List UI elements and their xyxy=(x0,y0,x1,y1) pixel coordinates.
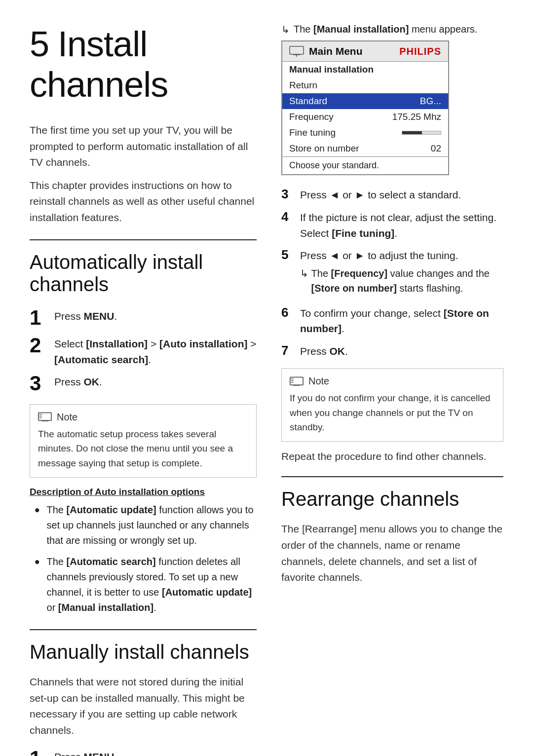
right-step-5-subnote: ↳ The [Frequency] value changes and the … xyxy=(300,266,503,296)
manual-arrow-note: ↳ The [Manual installation] menu appears… xyxy=(281,24,503,36)
rearrange-intro: The [Rearrange] menu allows you to chang… xyxy=(281,521,503,585)
auto-steps: 1 Press MENU. 2 Select [Installation] > … xyxy=(30,306,257,395)
tv-menu-box: Main Menu PHILIPS Manual installation Re… xyxy=(281,40,449,175)
tv-menu-row-storeon: Store on number 02 xyxy=(282,141,448,156)
bullet-2: • The [Automatic search] function delete… xyxy=(35,554,257,615)
auto-section-title: Automatically install channels xyxy=(30,251,257,296)
right-step-7: 7 Press OK. xyxy=(281,341,503,359)
manual-steps: 1 Press MENU. 2 Select [Installation] >[… xyxy=(30,747,257,756)
tv-menu-row-frequency: Frequency 175.25 Mhz xyxy=(282,109,448,125)
repeat-text: Repeat the procedure to find other chann… xyxy=(281,451,503,462)
tv-menu-row-finetuning: Fine tuning xyxy=(282,125,448,141)
auto-note-header: Note xyxy=(38,412,248,423)
manual-step-1: 1 Press MENU. xyxy=(30,747,257,756)
right-step-4: 4 If the picture is not clear, adjust th… xyxy=(281,208,503,241)
right-note-header: Note xyxy=(290,376,495,387)
tv-menu-body: Manual installation Return Standard BG..… xyxy=(282,62,448,156)
right-steps: 3 Press ◄ or ► to select a standard. 4 I… xyxy=(281,185,503,359)
right-column: ↳ The [Manual installation] menu appears… xyxy=(281,24,503,756)
tv-menu-row-manual: Manual installation xyxy=(282,62,448,77)
auto-note-label: Note xyxy=(57,412,77,423)
auto-bullets: • The [Automatic update] function allows… xyxy=(35,502,257,615)
tv-menu-title: Main Menu xyxy=(309,45,363,57)
manual-intro: Channels that were not stored during the… xyxy=(30,674,257,738)
tv-screen-icon xyxy=(289,46,304,57)
rearrange-title: Rearrange channels xyxy=(281,488,503,510)
page-title: 5Install channels xyxy=(30,24,257,105)
svg-rect-5 xyxy=(290,46,304,54)
tv-menu-header: Main Menu PHILIPS xyxy=(282,41,448,62)
intro-para2: This chapter provides instructions on ho… xyxy=(30,178,257,226)
intro-para1: The first time you set up your TV, you w… xyxy=(30,122,257,171)
tv-brand: PHILIPS xyxy=(399,46,441,57)
section-divider-rearrange xyxy=(281,476,503,477)
auto-step-2: 2 Select [Installation] > [Auto installa… xyxy=(30,334,257,367)
note-icon xyxy=(38,412,52,422)
manual-section-title: Manually install channels xyxy=(30,641,257,663)
auto-step-1: 1 Press MENU. xyxy=(30,306,257,329)
tv-menu-footer: Choose your standard. xyxy=(282,156,448,174)
note2-icon xyxy=(290,376,304,387)
section-divider-auto xyxy=(30,239,257,240)
bullet-1: • The [Automatic update] function allows… xyxy=(35,502,257,548)
svg-rect-0 xyxy=(38,413,51,420)
tv-menu-row-standard: Standard BG... xyxy=(282,93,448,109)
right-step-5: 5 Press ◄ or ► to adjust the tuning. ↳ T… xyxy=(281,246,503,298)
desc-heading: Description of Auto installation options xyxy=(30,487,257,497)
section-divider-manual xyxy=(30,629,257,630)
svg-rect-8 xyxy=(290,377,303,385)
right-note-label: Note xyxy=(308,376,329,387)
right-note-text: If you do not confirm your change, it is… xyxy=(290,391,495,434)
tv-menu-row-return: Return xyxy=(282,77,448,93)
right-step-3: 3 Press ◄ or ► to select a standard. xyxy=(281,185,503,203)
right-note-box: Note If you do not confirm your change, … xyxy=(281,368,503,442)
auto-note-text: The automatic setup process takes severa… xyxy=(38,427,248,470)
auto-note-box: Note The automatic setup process takes s… xyxy=(30,404,257,478)
auto-step-3: 3 Press OK. xyxy=(30,372,257,395)
right-step-6: 6 To confirm your change, select [Store … xyxy=(281,303,503,337)
